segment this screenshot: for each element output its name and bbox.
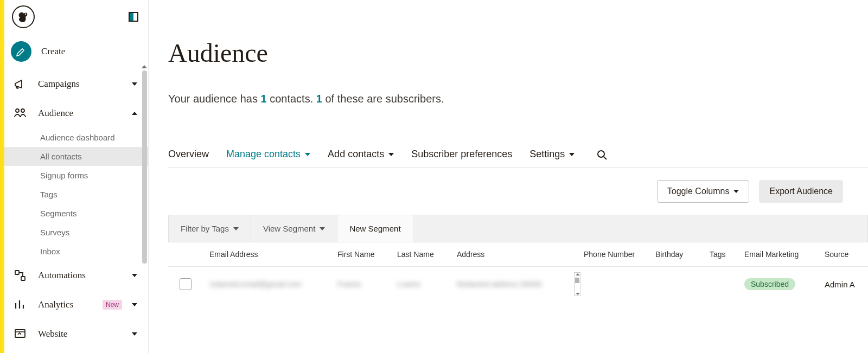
sub-segments[interactable]: Segments: [4, 204, 148, 223]
chevron-down-icon: [132, 274, 137, 277]
sub-signup-forms[interactable]: Signup forms: [4, 166, 148, 185]
address-scrollbar[interactable]: [574, 272, 580, 296]
svg-point-7: [598, 151, 604, 157]
summary-mid: contacts.: [267, 93, 316, 105]
tab-add-contacts[interactable]: Add contacts: [328, 149, 394, 160]
sub-tags[interactable]: Tags: [4, 185, 148, 204]
sidebar-collapse-icon[interactable]: [129, 12, 138, 22]
th-source[interactable]: Source: [825, 250, 868, 259]
sidebar-create[interactable]: Create: [4, 34, 148, 69]
contacts-count: 1: [261, 93, 267, 105]
sidebar-create-label: Create: [41, 46, 137, 57]
cell-address: Redacted address 00000: [457, 280, 541, 288]
sub-inbox[interactable]: Inbox: [4, 242, 148, 261]
tab-overview[interactable]: Overview: [168, 149, 209, 160]
summary-suffix: of these are subscribers.: [322, 93, 444, 105]
search-icon[interactable]: [596, 149, 607, 160]
sidebar-item-audience[interactable]: Audience: [4, 99, 148, 128]
tab-label: Manage contacts: [226, 149, 301, 160]
sidebar-item-label: Automations: [38, 270, 122, 281]
main-content: Audience Your audience has 1 contacts. 1…: [149, 0, 868, 353]
sidebar-item-label: Website: [38, 329, 122, 339]
toggle-columns-button[interactable]: Toggle Columns: [657, 180, 750, 203]
new-badge: New: [103, 300, 122, 310]
scroll-down-icon: [576, 293, 580, 295]
view-segment[interactable]: View Segment: [251, 215, 337, 242]
filter-label: New Segment: [349, 224, 400, 233]
pencil-icon: [11, 41, 31, 62]
tab-bar: Overview Manage contacts Add contacts Su…: [168, 149, 868, 168]
export-audience-button[interactable]: Export Audience: [759, 180, 843, 203]
button-label: Toggle Columns: [667, 187, 730, 196]
tab-label: Settings: [529, 149, 565, 160]
chevron-down-icon: [733, 190, 739, 193]
mailchimp-logo-icon[interactable]: [12, 5, 35, 28]
chevron-up-icon: [132, 112, 137, 115]
th-birthday[interactable]: Birthday: [655, 250, 710, 259]
automations-icon: [12, 267, 28, 284]
chevron-down-icon: [132, 303, 137, 306]
svg-rect-4: [15, 271, 19, 274]
chevron-down-icon: [132, 82, 137, 86]
tab-label: Add contacts: [328, 149, 384, 160]
th-last-name[interactable]: Last Name: [397, 250, 457, 259]
table-row[interactable]: redacted.email@gmail.com Fname Lname Red…: [168, 267, 868, 301]
sub-audience-dashboard[interactable]: Audience dashboard: [4, 128, 148, 147]
filter-bar: Filter by Tags View Segment New Segment: [168, 215, 868, 242]
cell-first-name: Fname: [337, 280, 397, 288]
svg-point-1: [25, 14, 26, 15]
new-segment-button[interactable]: New Segment: [337, 215, 412, 242]
sidebar: Create Campaigns Audience Audience dashb…: [4, 0, 149, 353]
scroll-up-icon: [576, 273, 580, 275]
audience-summary: Your audience has 1 contacts. 1 of these…: [168, 93, 868, 105]
chevron-down-icon: [305, 153, 310, 156]
sidebar-item-label: Campaigns: [38, 79, 122, 89]
website-icon: [12, 326, 28, 342]
chevron-down-icon: [320, 227, 325, 230]
tab-subscriber-preferences[interactable]: Subscriber preferences: [411, 149, 512, 160]
button-label: Export Audience: [769, 187, 833, 196]
sub-all-contacts[interactable]: All contacts: [4, 147, 148, 166]
th-first-name[interactable]: First Name: [337, 250, 397, 259]
megaphone-icon: [12, 76, 28, 92]
tab-settings[interactable]: Settings: [529, 149, 575, 160]
summary-prefix: Your audience has: [168, 93, 261, 105]
th-email-marketing[interactable]: Email Marketing: [744, 250, 825, 259]
svg-point-2: [16, 109, 19, 112]
svg-point-3: [21, 109, 24, 112]
audience-submenu: Audience dashboard All contacts Signup f…: [4, 128, 148, 261]
sidebar-item-analytics[interactable]: Analytics New: [4, 290, 148, 319]
chevron-down-icon: [388, 153, 394, 156]
scrollbar-thumb[interactable]: [575, 278, 579, 283]
subscribers-count: 1: [316, 93, 322, 105]
row-checkbox[interactable]: [180, 278, 192, 290]
filter-label: View Segment: [263, 224, 315, 233]
analytics-icon: [12, 297, 28, 313]
sidebar-item-automations[interactable]: Automations: [4, 261, 148, 290]
tab-manage-contacts[interactable]: Manage contacts: [226, 149, 310, 160]
th-tags[interactable]: Tags: [710, 250, 744, 259]
sidebar-item-label: Audience: [38, 108, 122, 119]
accent-bar: [0, 0, 4, 353]
sidebar-item-label: Analytics: [38, 299, 91, 310]
page-title: Audience: [168, 38, 868, 68]
sub-surveys[interactable]: Surveys: [4, 223, 148, 242]
filter-by-tags[interactable]: Filter by Tags: [169, 215, 251, 242]
cell-source: Admin A: [825, 280, 868, 289]
sidebar-item-website[interactable]: Website: [4, 319, 148, 349]
cell-last-name: Lname: [397, 280, 457, 288]
cell-email: redacted.email@gmail.com: [203, 280, 337, 288]
th-phone[interactable]: Phone Number: [584, 250, 655, 259]
subscribed-badge: Subscribed: [744, 278, 795, 290]
controls-row: Toggle Columns Export Audience: [168, 168, 868, 215]
audience-icon: [12, 105, 28, 121]
svg-rect-5: [21, 277, 25, 280]
th-email[interactable]: Email Address: [203, 250, 337, 259]
th-address[interactable]: Address: [457, 250, 584, 259]
sidebar-item-campaigns[interactable]: Campaigns: [4, 69, 148, 99]
chevron-down-icon: [132, 332, 137, 336]
chevron-down-icon: [233, 227, 239, 230]
chevron-down-icon: [569, 153, 575, 156]
filter-label: Filter by Tags: [181, 224, 229, 233]
table-header-row: Email Address First Name Last Name Addre…: [168, 242, 868, 267]
